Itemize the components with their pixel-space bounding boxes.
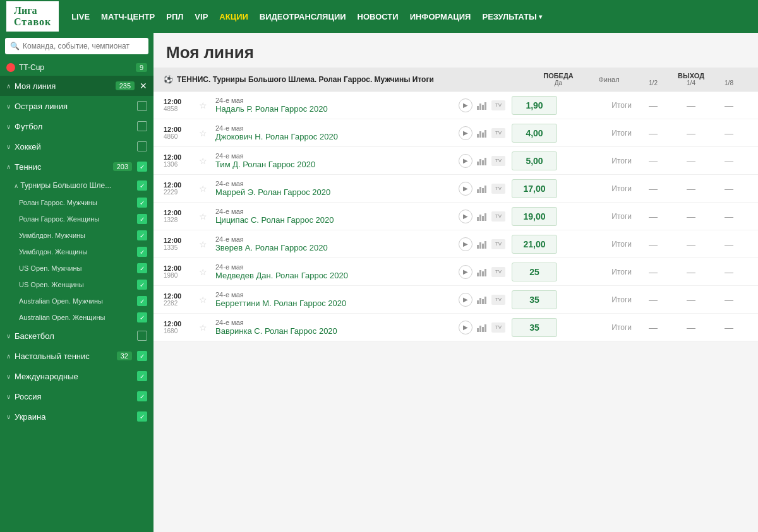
sidebar-item-wimb-men[interactable]: Уимблдон. Мужчины ✓ [13, 227, 153, 244]
nav-info[interactable]: Информация [410, 9, 471, 24]
sidebar-item-uso-women[interactable]: US Open. Женщины ✓ [13, 276, 153, 293]
favorite-star-icon[interactable]: ☆ [199, 322, 212, 333]
favorite-star-icon[interactable]: ☆ [199, 184, 212, 194]
stats-icon[interactable] [475, 154, 489, 168]
checkbox-uso-men[interactable]: ✓ [137, 263, 147, 273]
checkbox-ostraya[interactable] [137, 101, 147, 111]
match-name[interactable]: Циципас С. Ролан Гаррос 2020 [215, 215, 454, 225]
sidebar-item-international[interactable]: ∨ Международные ✓ [0, 366, 153, 386]
checkbox-international[interactable]: ✓ [137, 371, 147, 381]
favorite-star-icon[interactable]: ☆ [199, 211, 212, 222]
tv-icon[interactable]: TV [491, 322, 505, 333]
stats-icon[interactable] [475, 182, 489, 196]
favorite-star-icon[interactable]: ☆ [199, 128, 212, 138]
play-icon[interactable]: ▶ [459, 237, 472, 251]
checkbox-wimb-men[interactable]: ✓ [137, 230, 147, 240]
nav-news[interactable]: Новости [358, 9, 399, 24]
checkbox-ao-women[interactable]: ✓ [137, 312, 147, 322]
checkbox-rg-men[interactable]: ✓ [137, 198, 147, 208]
sidebar-item-rg-men[interactable]: Ролан Гаррос. Мужчины ✓ [13, 194, 153, 211]
checkbox-rg-women[interactable]: ✓ [137, 214, 147, 224]
tv-icon[interactable]: TV [491, 100, 505, 110]
checkbox-hockey[interactable] [137, 141, 147, 151]
odd-button[interactable]: 5,00 [512, 151, 557, 170]
play-icon[interactable]: ▶ [459, 98, 472, 112]
checkbox-russia[interactable]: ✓ [137, 391, 147, 401]
odd-button[interactable]: 35 [512, 318, 557, 337]
sidebar-item-tennis[interactable]: ∧ Теннис 203 ✓ [0, 157, 153, 177]
stats-icon[interactable] [475, 98, 489, 112]
checkbox-tennis[interactable]: ✓ [137, 162, 147, 172]
sidebar-item-ao-men[interactable]: Australian Open. Мужчины ✓ [13, 293, 153, 309]
tv-icon[interactable]: TV [491, 239, 505, 249]
stats-icon[interactable] [475, 210, 489, 223]
nav-match-center[interactable]: МАТЧ-ЦЕНТР [101, 9, 155, 24]
favorite-star-icon[interactable]: ☆ [199, 100, 212, 110]
checkbox-turniry[interactable]: ✓ [137, 180, 147, 191]
odd-button[interactable]: 19,00 [512, 207, 557, 226]
favorite-star-icon[interactable]: ☆ [199, 267, 212, 277]
play-icon[interactable]: ▶ [459, 210, 472, 223]
odd-button[interactable]: 1,90 [512, 96, 557, 115]
nav-akcii[interactable]: АКЦИИ [219, 9, 248, 24]
play-icon[interactable]: ▶ [459, 293, 472, 307]
favorite-star-icon[interactable]: ☆ [199, 156, 212, 166]
sidebar-item-ao-women[interactable]: Australian Open. Женщины ✓ [13, 309, 153, 326]
play-icon[interactable]: ▶ [459, 265, 472, 279]
checkbox-wimb-women[interactable]: ✓ [137, 247, 147, 257]
match-name[interactable]: Берреттини М. Ролан Гаррос 2020 [215, 299, 454, 308]
play-icon[interactable]: ▶ [459, 182, 472, 196]
nav-live[interactable]: LIVE [71, 9, 90, 24]
sidebar-item-tt-cup[interactable]: TT-Cup 9 [0, 59, 153, 76]
tv-icon[interactable]: TV [491, 128, 505, 138]
checkbox-uso-women[interactable]: ✓ [137, 280, 147, 290]
tv-icon[interactable]: TV [491, 211, 505, 222]
stats-icon[interactable] [475, 293, 489, 307]
sidebar-item-football[interactable]: ∨ Футбол [0, 116, 153, 136]
sidebar-item-wimb-women[interactable]: Уимблдон. Женщины ✓ [13, 244, 153, 260]
nav-results[interactable]: Результаты ▾ [482, 9, 541, 24]
odd-button[interactable]: 4,00 [512, 124, 557, 143]
match-name[interactable]: Зверев А. Ролан Гаррос 2020 [215, 243, 454, 252]
tv-icon[interactable]: TV [491, 295, 505, 305]
sidebar-item-basketball[interactable]: ∨ Баскетбол [0, 326, 153, 346]
nav-vip[interactable]: VIP [195, 9, 208, 24]
checkbox-table-tennis[interactable]: ✓ [137, 351, 147, 361]
odd-button[interactable]: 35 [512, 290, 557, 309]
favorite-star-icon[interactable]: ☆ [199, 239, 212, 249]
match-name[interactable]: Маррей Э. Ролан Гаррос 2020 [215, 187, 454, 197]
match-name[interactable]: Тим Д. Ролан Гаррос 2020 [215, 160, 454, 169]
sidebar-item-uso-men[interactable]: US Open. Мужчины ✓ [13, 260, 153, 276]
match-name[interactable]: Надаль Р. Ролан Гаррос 2020 [215, 104, 454, 114]
tv-icon[interactable]: TV [491, 267, 505, 277]
sidebar-item-ukraine[interactable]: ∨ Украина ✓ [0, 406, 153, 427]
logo[interactable]: Лига Ставок [6, 1, 59, 32]
tv-icon[interactable]: TV [491, 184, 505, 194]
match-name[interactable]: Джокович Н. Ролан Гаррос 2020 [215, 132, 454, 141]
odd-button[interactable]: 25 [512, 263, 557, 281]
tv-icon[interactable]: TV [491, 156, 505, 166]
match-name[interactable]: Медведев Дан. Ролан Гаррос 2020 [215, 271, 454, 280]
odd-button[interactable]: 21,00 [512, 235, 557, 254]
odd-button[interactable]: 17,00 [512, 179, 557, 198]
search-input[interactable] [5, 38, 148, 54]
sidebar-item-rg-women[interactable]: Ролан Гаррос. Женщины ✓ [13, 211, 153, 227]
stats-icon[interactable] [475, 237, 489, 251]
stats-icon[interactable] [475, 321, 489, 334]
nav-rpl[interactable]: РПЛ [166, 9, 183, 24]
sidebar-item-russia[interactable]: ∨ Россия ✓ [0, 386, 153, 406]
play-icon[interactable]: ▶ [459, 126, 472, 140]
checkbox-football[interactable] [137, 121, 147, 131]
checkbox-basketball[interactable] [137, 331, 147, 341]
sidebar-item-turniry[interactable]: ∧ Турниры Большого Шле... ✓ [8, 177, 153, 194]
favorite-star-icon[interactable]: ☆ [199, 295, 212, 305]
stats-icon[interactable] [475, 265, 489, 279]
play-icon[interactable]: ▶ [459, 321, 472, 334]
sidebar-item-hockey[interactable]: ∨ Хоккей [0, 136, 153, 157]
stats-icon[interactable] [475, 126, 489, 140]
play-icon[interactable]: ▶ [459, 154, 472, 168]
sidebar-item-table-tennis[interactable]: ∧ Настольный теннис 32 ✓ [0, 346, 153, 366]
sidebar-item-moya-liniya[interactable]: ∧ Моя линия 235 ✕ [0, 76, 153, 96]
nav-video[interactable]: Видеотрансляции [260, 9, 346, 24]
checkbox-ukraine[interactable]: ✓ [137, 411, 147, 422]
